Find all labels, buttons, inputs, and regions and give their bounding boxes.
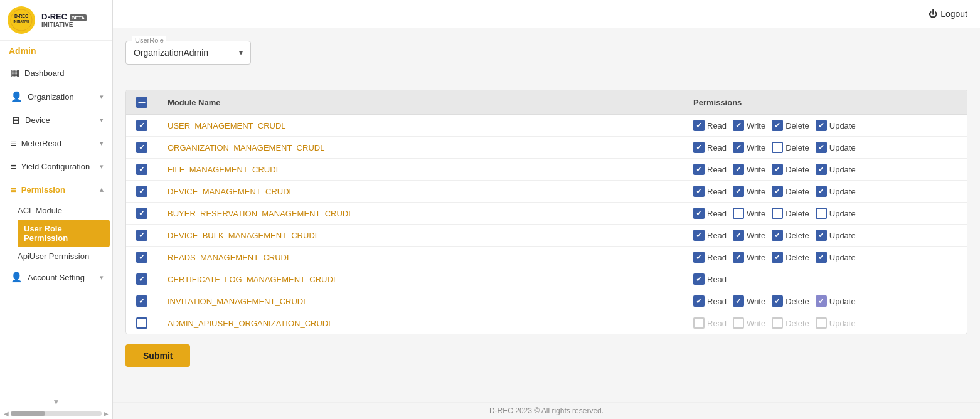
user-role-select-wrapper: UserRole OrganizationAdmin ▾ — [125, 41, 251, 77]
row-checkbox[interactable] — [136, 164, 147, 175]
permissions-col: Read Write Delete Update — [693, 252, 957, 263]
perm-read-checkbox[interactable] — [693, 164, 705, 175]
perm-write-checkbox[interactable] — [733, 120, 744, 131]
perm-read-checkbox[interactable] — [693, 120, 705, 131]
perm-read-checkbox[interactable] — [693, 317, 705, 329]
perm-read-checkbox[interactable] — [693, 186, 705, 197]
perm-read-label: Read — [707, 165, 727, 174]
perm-read-checkbox[interactable] — [693, 252, 705, 263]
row-checkbox[interactable] — [136, 252, 147, 263]
perm-delete-checkbox[interactable] — [772, 164, 783, 175]
perm-write-checkbox[interactable] — [733, 317, 744, 329]
perm-delete-checkbox[interactable] — [772, 186, 783, 197]
row-checkbox[interactable] — [136, 120, 147, 131]
api-user-permission-label: ApiUser Permission — [18, 252, 89, 261]
perm-delete-checkbox[interactable] — [772, 230, 783, 241]
submit-button[interactable]: Submit — [125, 344, 190, 367]
perm-write-checkbox[interactable] — [733, 295, 744, 307]
perm-write-label: Write — [747, 253, 765, 262]
sidebar-item-organization[interactable]: 👤 Organization ▾ — [0, 85, 112, 109]
row-checkbox[interactable] — [136, 295, 147, 307]
sidebar-item-label: Account Setting — [28, 273, 100, 282]
perm-read-label: Read — [707, 275, 727, 284]
sidebar-item-dashboard[interactable]: ▦ Dashboard — [0, 61, 112, 85]
perm-read-checkbox[interactable] — [693, 230, 705, 241]
logo-name: D-REC BETA — [41, 12, 87, 21]
perm-update-checkbox[interactable] — [816, 317, 827, 329]
row-checkbox[interactable] — [136, 273, 147, 285]
perm-delete-checkbox[interactable] — [772, 317, 783, 329]
table-row: ADMIN_APIUSER_ORGANIZATION_CRUDL Read Wr… — [126, 312, 967, 334]
user-role-field-label: UserRole — [132, 36, 166, 44]
perm-update-checkbox[interactable] — [816, 164, 827, 175]
table-row: DEVICE_MANAGEMENT_CRUDL Read Write Delet… — [126, 181, 967, 203]
perm-write-checkbox[interactable] — [733, 164, 744, 175]
perm-write-checkbox[interactable] — [733, 186, 744, 197]
row-checkbox[interactable] — [136, 317, 147, 329]
logo-icon: D-REC INITIATIVE — [8, 6, 35, 34]
table-row: ORGANIZATION_MANAGEMENT_CRUDL Read Write… — [126, 137, 967, 159]
perm-write-label: Write — [747, 297, 765, 306]
chevron-down-icon: ▾ — [100, 273, 104, 282]
user-role-dropdown[interactable]: OrganizationAdmin ▾ — [134, 45, 243, 60]
perm-delete-checkbox[interactable] — [772, 142, 783, 153]
perm-delete-checkbox[interactable] — [772, 208, 783, 219]
module-name: CERTIFICATE_LOG_MANAGEMENT_CRUDL — [168, 275, 693, 284]
perm-read-label: Read — [707, 297, 727, 306]
row-checkbox[interactable] — [136, 142, 147, 153]
permissions-col: Read Write Delete Update — [693, 186, 957, 197]
user-role-select-group[interactable]: UserRole OrganizationAdmin ▾ — [125, 41, 251, 65]
perm-update-checkbox[interactable] — [816, 186, 827, 197]
scroll-down-arrow[interactable]: ▼ — [0, 396, 112, 408]
scroll-right-arrow[interactable]: ▶ — [104, 410, 109, 417]
row-checkbox[interactable] — [136, 186, 147, 197]
sidebar-item-device[interactable]: 🖥 Device ▾ — [0, 109, 112, 132]
perm-delete-checkbox[interactable] — [772, 295, 783, 307]
perm-write-label: Write — [747, 209, 765, 218]
submit-area: Submit — [125, 344, 967, 367]
perm-write-checkbox[interactable] — [733, 208, 744, 219]
scroll-left-arrow[interactable]: ◀ — [4, 410, 9, 417]
perm-delete-label: Delete — [786, 143, 809, 152]
module-name: READS_MANAGEMENT_CRUDL — [168, 253, 693, 262]
acl-module-label: ACL Module — [18, 206, 62, 215]
perm-read-checkbox[interactable] — [693, 208, 705, 219]
dropdown-arrow-icon: ▾ — [239, 48, 243, 57]
sidebar-item-user-role-permission[interactable]: User Role Permission — [18, 220, 110, 247]
perm-write-checkbox[interactable] — [733, 252, 744, 263]
select-all-checkbox[interactable] — [136, 97, 147, 108]
perm-read-checkbox[interactable] — [693, 295, 705, 307]
perm-write-label: Write — [747, 121, 765, 130]
sidebar-item-account-setting[interactable]: 👤 Account Setting ▾ — [0, 265, 112, 289]
perm-read-checkbox[interactable] — [693, 273, 705, 285]
perm-read-label: Read — [707, 231, 727, 240]
sidebar-item-yield-config[interactable]: ≡ Yield Configuration ▾ — [0, 155, 112, 178]
table-row: INVITATION_MANAGEMENT_CRUDL Read Write D… — [126, 290, 967, 312]
perm-write-label: Write — [747, 187, 765, 196]
content-area: UserRole OrganizationAdmin ▾ Module Name… — [113, 28, 980, 402]
permissions-col: Read — [693, 273, 957, 285]
perm-update-checkbox[interactable] — [816, 230, 827, 241]
logout-button[interactable]: ⏻ Logout — [929, 9, 967, 19]
perm-update-checkbox[interactable] — [816, 208, 827, 219]
sidebar-item-acl-module[interactable]: ACL Module — [18, 201, 112, 220]
permissions-col: Read Write Delete Update — [693, 230, 957, 241]
perm-update-checkbox[interactable] — [816, 120, 827, 131]
perm-write-checkbox[interactable] — [733, 230, 744, 241]
module-name: INVITATION_MANAGEMENT_CRUDL — [168, 297, 693, 306]
perm-delete-checkbox[interactable] — [772, 252, 783, 263]
perm-update-checkbox[interactable] — [816, 295, 827, 307]
perm-update-checkbox[interactable] — [816, 142, 827, 153]
row-checkbox[interactable] — [136, 230, 147, 241]
sidebar-item-permission[interactable]: ≡ Permission ▴ — [0, 178, 112, 201]
sidebar-item-api-user-permission[interactable]: ApiUser Permission — [18, 247, 112, 265]
permission-icon: ≡ — [11, 184, 16, 195]
perm-delete-checkbox[interactable] — [772, 120, 783, 131]
sidebar-item-meterread[interactable]: ≡ MeterRead ▾ — [0, 132, 112, 155]
row-checkbox[interactable] — [136, 208, 147, 219]
perm-read-checkbox[interactable] — [693, 142, 705, 153]
perm-delete-label: Delete — [786, 319, 809, 328]
meterread-icon: ≡ — [11, 138, 16, 149]
perm-write-checkbox[interactable] — [733, 142, 744, 153]
perm-update-checkbox[interactable] — [816, 252, 827, 263]
